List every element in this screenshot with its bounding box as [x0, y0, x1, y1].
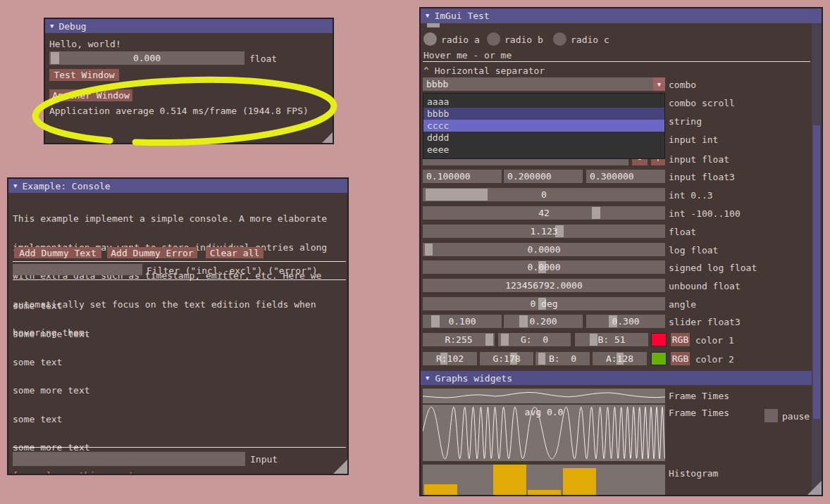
- collapse-arrow-icon[interactable]: ▼: [50, 23, 54, 30]
- angle-label: angle: [669, 299, 696, 310]
- filter-label: Filter ("incl,-excl") ("error"): [147, 265, 318, 276]
- imgui-titlebar[interactable]: ▼ ImGui Test: [421, 8, 822, 23]
- radio-c-button[interactable]: [553, 32, 566, 46]
- radio-b-button[interactable]: [487, 32, 500, 46]
- combo-option-cccc[interactable]: cccc: [423, 120, 664, 132]
- color2-g-slider[interactable]: G:178: [480, 352, 533, 365]
- histogram-bar: [563, 468, 596, 495]
- log-line: some more text: [13, 386, 178, 395]
- separator: [13, 279, 346, 280]
- separator: [13, 447, 346, 448]
- clipped-widget: [427, 23, 440, 27]
- stats-text: Application average 0.514 ms/frame (1944…: [49, 106, 309, 116]
- separator: [13, 261, 346, 262]
- resize-grip-icon[interactable]: [333, 460, 347, 474]
- float-slider2[interactable]: 1.123: [423, 225, 665, 238]
- color2-rgb-button[interactable]: RGB: [671, 352, 690, 365]
- console-titlebar[interactable]: ▼ Example: Console: [8, 179, 347, 193]
- radio-c-label: radio c: [571, 34, 609, 45]
- frame-times-small-label: Frame Times: [669, 391, 729, 401]
- string-label: string: [669, 116, 702, 127]
- color1-rgb-button[interactable]: RGB: [671, 333, 690, 346]
- collapse-arrow-icon[interactable]: ▼: [426, 13, 429, 19]
- color2-label: color 2: [695, 354, 734, 365]
- float-slider[interactable]: 0.000: [49, 51, 244, 65]
- console-input[interactable]: [13, 452, 245, 466]
- radio-a-button[interactable]: [423, 32, 437, 46]
- log-line: some text: [13, 358, 178, 367]
- horizontal-separator-text: ^ Horizontal separator: [423, 65, 545, 76]
- resize-grip-icon[interactable]: [807, 481, 822, 495]
- another-window-button[interactable]: Another Window: [49, 89, 132, 101]
- combo-arrow-icon[interactable]: ▼: [653, 77, 665, 91]
- log-float-label: log float: [669, 245, 718, 256]
- histogram-label: Histogram: [669, 468, 718, 479]
- pause-checkbox[interactable]: [764, 409, 778, 422]
- input-float-label: input float: [669, 154, 729, 165]
- log-float-slider[interactable]: 0.0000: [423, 243, 665, 256]
- signed-log-slider[interactable]: 0.0000: [423, 260, 665, 274]
- console-window: ▼ Example: Console This example implemen…: [7, 177, 349, 475]
- combo-option-bbbb[interactable]: bbbb: [423, 108, 664, 120]
- slider-float3-y[interactable]: 0.200: [504, 315, 583, 328]
- angle-slider[interactable]: 0 deg: [423, 297, 665, 310]
- color1-r-slider[interactable]: R:255: [423, 333, 495, 346]
- int03-slider[interactable]: 0: [423, 188, 665, 201]
- color1-label: color 1: [695, 335, 734, 346]
- clear-all-button[interactable]: Clear all: [206, 247, 264, 258]
- resize-grip-icon[interactable]: [322, 132, 333, 143]
- pause-label: pause: [782, 411, 810, 422]
- combo-option-dddd[interactable]: dddd: [423, 132, 664, 144]
- add-dummy-error-button[interactable]: Add Dummy Error: [107, 247, 197, 258]
- int03-label: int 0..3: [669, 190, 713, 201]
- color2-swatch[interactable]: [651, 352, 667, 365]
- color1-swatch[interactable]: [651, 333, 667, 346]
- float2-label: float: [669, 227, 696, 237]
- scrollbar-track[interactable]: [812, 23, 822, 495]
- combo-dropdown-popup: aaaa bbbb cccc dddd eeee: [423, 93, 665, 159]
- input-int-label: input int: [669, 134, 718, 145]
- combo-value: bbbb: [423, 77, 653, 91]
- test-window-button[interactable]: Test Window: [49, 69, 119, 81]
- add-dummy-text-button[interactable]: Add Dummy Text: [14, 247, 101, 258]
- slider-float3-x[interactable]: 0.100: [423, 315, 502, 328]
- frame-times-plot-small: [423, 389, 665, 403]
- combo-box[interactable]: bbbb: [423, 77, 653, 91]
- radio-a-label: radio a: [441, 34, 480, 45]
- filter-input[interactable]: [13, 264, 142, 275]
- color2-a-slider[interactable]: A:128: [593, 352, 647, 365]
- int100-label: int -100..100: [669, 208, 741, 219]
- frame-times-plot-big: avg 0.0: [423, 405, 665, 461]
- slider-float3-label: slider float3: [669, 317, 741, 327]
- slider-float3-z[interactable]: 0.300: [586, 315, 665, 328]
- input-float3-x[interactable]: 0.100000: [423, 170, 502, 183]
- collapse-arrow-icon[interactable]: ▼: [13, 183, 17, 189]
- color1-b-slider[interactable]: B: 51: [575, 333, 648, 346]
- color1-g-slider[interactable]: G: 0: [498, 333, 571, 346]
- log-line: some more text: [13, 329, 178, 339]
- hover-me-text[interactable]: Hover me - or me: [423, 50, 512, 61]
- graphs-widgets-header[interactable]: ▼ Graphs widgets: [421, 371, 817, 385]
- input-float3-label: input float3: [669, 172, 735, 182]
- log-line: [error] something went wrong: [13, 471, 178, 475]
- combo-label: combo: [669, 80, 696, 90]
- histogram-plot: [423, 465, 665, 495]
- frame-times-big-label: Frame Times: [669, 408, 729, 418]
- histogram-bar: [493, 465, 526, 495]
- combo-option-eeee[interactable]: eeee: [423, 144, 664, 156]
- color2-b-slider[interactable]: B: 0: [535, 352, 590, 365]
- input-float3-z[interactable]: 0.300000: [586, 170, 665, 183]
- imgui-title: ImGui Test: [434, 11, 489, 21]
- debug-titlebar[interactable]: ▼ Debug: [45, 19, 333, 33]
- radio-b-label: radio b: [504, 34, 543, 45]
- int100-slider[interactable]: 42: [423, 206, 665, 220]
- scrollbar-thumb[interactable]: [813, 125, 820, 419]
- hello-world-text: Hello, world!: [49, 39, 121, 49]
- console-title: Example: Console: [22, 181, 110, 191]
- unbound-float-drag[interactable]: 123456792.0000: [423, 279, 665, 292]
- histogram-bar: [528, 490, 561, 495]
- color2-r-slider[interactable]: R:102: [423, 352, 477, 365]
- input-float3-y[interactable]: 0.200000: [504, 170, 583, 183]
- combo-option-aaaa[interactable]: aaaa: [423, 96, 664, 108]
- desktop: { "debug_window": { "title": "Debug", "h…: [0, 0, 830, 504]
